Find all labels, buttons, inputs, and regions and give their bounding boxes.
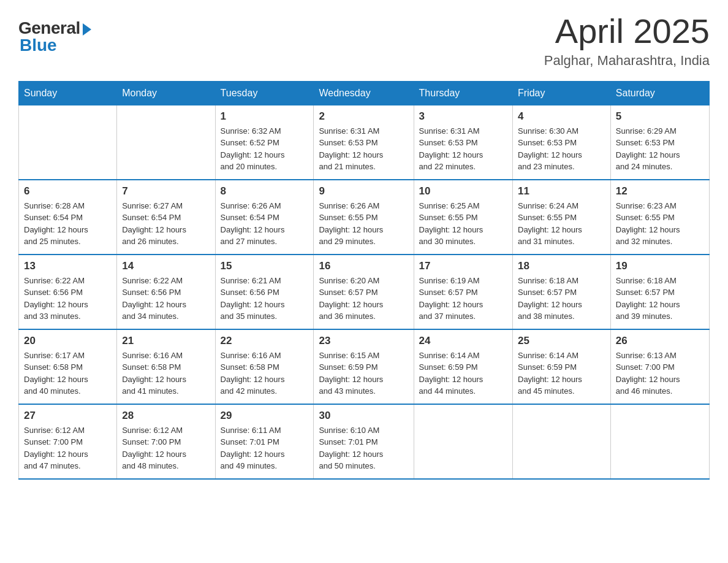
day-number: 30 — [319, 410, 408, 422]
day-number: 25 — [518, 335, 605, 347]
logo-arrow-icon — [83, 23, 91, 36]
day-headers-row: SundayMondayTuesdayWednesdayThursdayFrid… — [19, 81, 710, 105]
day-number: 2 — [319, 110, 408, 123]
header-wednesday: Wednesday — [314, 81, 414, 105]
day-info: Sunrise: 6:20 AMSunset: 6:57 PMDaylight:… — [319, 275, 408, 323]
day-number: 3 — [419, 110, 507, 123]
calendar-cell — [513, 404, 611, 479]
day-number: 13 — [24, 260, 112, 272]
day-info: Sunrise: 6:14 AMSunset: 6:59 PMDaylight:… — [419, 350, 507, 397]
calendar-cell: 29Sunrise: 6:11 AMSunset: 7:01 PMDayligh… — [215, 404, 314, 479]
calendar-cell: 12Sunrise: 6:23 AMSunset: 6:55 PMDayligh… — [610, 180, 709, 255]
calendar-cell: 15Sunrise: 6:21 AMSunset: 6:56 PMDayligh… — [215, 255, 314, 329]
calendar-cell: 16Sunrise: 6:20 AMSunset: 6:57 PMDayligh… — [314, 255, 414, 329]
day-number: 7 — [122, 185, 210, 197]
calendar-cell: 11Sunrise: 6:24 AMSunset: 6:55 PMDayligh… — [513, 180, 611, 255]
calendar-cell: 7Sunrise: 6:27 AMSunset: 6:54 PMDaylight… — [117, 180, 215, 255]
calendar-header: SundayMondayTuesdayWednesdayThursdayFrid… — [19, 81, 710, 105]
day-info: Sunrise: 6:25 AMSunset: 6:55 PMDaylight:… — [419, 200, 507, 248]
day-number: 9 — [319, 185, 408, 197]
page-header: General Blue April 2025 Palghar, Maharas… — [18, 12, 710, 69]
calendar-cell: 19Sunrise: 6:18 AMSunset: 6:57 PMDayligh… — [610, 255, 709, 329]
calendar-cell: 8Sunrise: 6:26 AMSunset: 6:54 PMDaylight… — [215, 180, 314, 255]
header-monday: Monday — [117, 81, 215, 105]
day-info: Sunrise: 6:29 AMSunset: 6:53 PMDaylight:… — [616, 125, 704, 173]
day-number: 26 — [616, 335, 704, 347]
day-info: Sunrise: 6:16 AMSunset: 6:58 PMDaylight:… — [221, 350, 309, 397]
calendar-cell: 10Sunrise: 6:25 AMSunset: 6:55 PMDayligh… — [414, 180, 512, 255]
day-info: Sunrise: 6:24 AMSunset: 6:55 PMDaylight:… — [518, 200, 605, 248]
title-section: April 2025 Palghar, Maharashtra, India — [544, 12, 710, 69]
day-info: Sunrise: 6:27 AMSunset: 6:54 PMDaylight:… — [122, 200, 210, 248]
calendar-cell: 2Sunrise: 6:31 AMSunset: 6:53 PMDaylight… — [314, 105, 414, 180]
day-number: 28 — [122, 410, 210, 422]
day-info: Sunrise: 6:15 AMSunset: 6:59 PMDaylight:… — [319, 350, 408, 397]
day-number: 11 — [518, 185, 605, 197]
calendar-cell — [19, 105, 117, 180]
calendar-cell: 4Sunrise: 6:30 AMSunset: 6:53 PMDaylight… — [513, 105, 611, 180]
calendar-cell: 18Sunrise: 6:18 AMSunset: 6:57 PMDayligh… — [513, 255, 611, 329]
day-info: Sunrise: 6:12 AMSunset: 7:00 PMDaylight:… — [122, 424, 210, 472]
calendar-cell: 27Sunrise: 6:12 AMSunset: 7:00 PMDayligh… — [19, 404, 117, 479]
calendar-cell — [414, 404, 512, 479]
day-number: 16 — [319, 260, 408, 272]
calendar-table: SundayMondayTuesdayWednesdayThursdayFrid… — [18, 81, 710, 480]
day-info: Sunrise: 6:28 AMSunset: 6:54 PMDaylight:… — [24, 200, 112, 248]
calendar-cell: 22Sunrise: 6:16 AMSunset: 6:58 PMDayligh… — [215, 329, 314, 404]
day-number: 1 — [221, 110, 309, 123]
day-info: Sunrise: 6:32 AMSunset: 6:52 PMDaylight:… — [221, 125, 309, 173]
day-number: 5 — [616, 110, 704, 123]
calendar-cell: 6Sunrise: 6:28 AMSunset: 6:54 PMDaylight… — [19, 180, 117, 255]
day-info: Sunrise: 6:11 AMSunset: 7:01 PMDaylight:… — [221, 424, 309, 472]
header-tuesday: Tuesday — [215, 81, 314, 105]
day-info: Sunrise: 6:26 AMSunset: 6:55 PMDaylight:… — [319, 200, 408, 248]
calendar-cell: 13Sunrise: 6:22 AMSunset: 6:56 PMDayligh… — [19, 255, 117, 329]
calendar-cell — [610, 404, 709, 479]
day-info: Sunrise: 6:18 AMSunset: 6:57 PMDaylight:… — [518, 275, 605, 323]
day-info: Sunrise: 6:16 AMSunset: 6:58 PMDaylight:… — [122, 350, 210, 397]
week-row-5: 27Sunrise: 6:12 AMSunset: 7:00 PMDayligh… — [19, 404, 710, 479]
day-info: Sunrise: 6:22 AMSunset: 6:56 PMDaylight:… — [122, 275, 210, 323]
calendar-cell: 26Sunrise: 6:13 AMSunset: 7:00 PMDayligh… — [610, 329, 709, 404]
calendar-cell: 3Sunrise: 6:31 AMSunset: 6:53 PMDaylight… — [414, 105, 512, 180]
day-number: 24 — [419, 335, 507, 347]
calendar-cell: 1Sunrise: 6:32 AMSunset: 6:52 PMDaylight… — [215, 105, 314, 180]
day-info: Sunrise: 6:17 AMSunset: 6:58 PMDaylight:… — [24, 350, 112, 397]
day-number: 8 — [221, 185, 309, 197]
day-info: Sunrise: 6:22 AMSunset: 6:56 PMDaylight:… — [24, 275, 112, 323]
day-number: 19 — [616, 260, 704, 272]
week-row-2: 6Sunrise: 6:28 AMSunset: 6:54 PMDaylight… — [19, 180, 710, 255]
header-friday: Friday — [513, 81, 611, 105]
day-number: 4 — [518, 110, 605, 123]
calendar-cell: 23Sunrise: 6:15 AMSunset: 6:59 PMDayligh… — [314, 329, 414, 404]
calendar-cell: 5Sunrise: 6:29 AMSunset: 6:53 PMDaylight… — [610, 105, 709, 180]
logo-blue-text: Blue — [20, 36, 57, 55]
day-number: 20 — [24, 335, 112, 347]
day-number: 6 — [24, 185, 112, 197]
day-number: 27 — [24, 410, 112, 422]
location-title: Palghar, Maharashtra, India — [544, 53, 710, 69]
day-info: Sunrise: 6:19 AMSunset: 6:57 PMDaylight:… — [419, 275, 507, 323]
header-sunday: Sunday — [19, 81, 117, 105]
week-row-3: 13Sunrise: 6:22 AMSunset: 6:56 PMDayligh… — [19, 255, 710, 329]
month-title: April 2025 — [544, 12, 710, 50]
day-info: Sunrise: 6:12 AMSunset: 7:00 PMDaylight:… — [24, 424, 112, 472]
header-saturday: Saturday — [610, 81, 709, 105]
day-info: Sunrise: 6:18 AMSunset: 6:57 PMDaylight:… — [616, 275, 704, 323]
day-number: 21 — [122, 335, 210, 347]
calendar-cell: 9Sunrise: 6:26 AMSunset: 6:55 PMDaylight… — [314, 180, 414, 255]
day-info: Sunrise: 6:26 AMSunset: 6:54 PMDaylight:… — [221, 200, 309, 248]
header-thursday: Thursday — [414, 81, 512, 105]
calendar-cell: 30Sunrise: 6:10 AMSunset: 7:01 PMDayligh… — [314, 404, 414, 479]
day-number: 14 — [122, 260, 210, 272]
calendar-cell: 25Sunrise: 6:14 AMSunset: 6:59 PMDayligh… — [513, 329, 611, 404]
day-number: 23 — [319, 335, 408, 347]
day-number: 12 — [616, 185, 704, 197]
day-info: Sunrise: 6:30 AMSunset: 6:53 PMDaylight:… — [518, 125, 605, 173]
day-number: 18 — [518, 260, 605, 272]
calendar-cell: 24Sunrise: 6:14 AMSunset: 6:59 PMDayligh… — [414, 329, 512, 404]
day-number: 22 — [221, 335, 309, 347]
day-number: 10 — [419, 185, 507, 197]
week-row-1: 1Sunrise: 6:32 AMSunset: 6:52 PMDaylight… — [19, 105, 710, 180]
calendar-body: 1Sunrise: 6:32 AMSunset: 6:52 PMDaylight… — [19, 105, 710, 479]
